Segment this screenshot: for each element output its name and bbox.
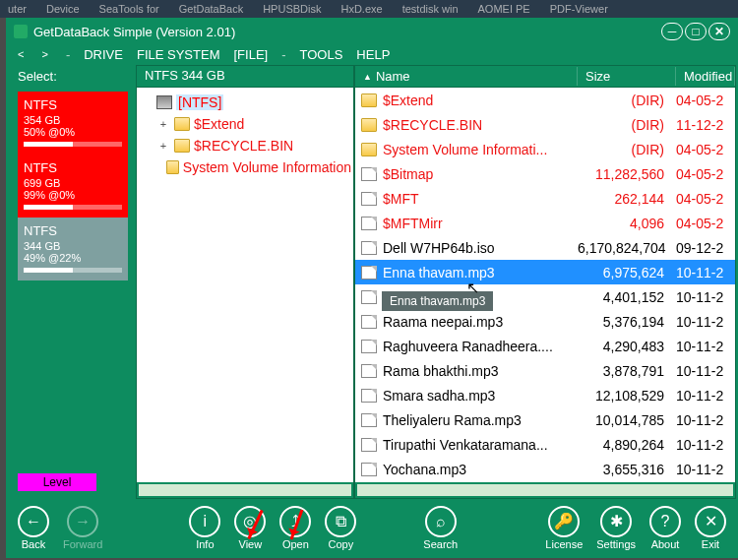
file-icon [361, 266, 377, 280]
file-row[interactable]: System Volume Informati...(DIR)04-05-2 [355, 137, 735, 161]
file-row[interactable]: Smara sadha.mp312,108,52910-11-2 [355, 383, 735, 407]
menu-bar: < > - DRIVE FILE SYSTEM [FILE] - TOOLS H… [8, 43, 736, 65]
open-button[interactable]: ⤴Open [279, 506, 311, 550]
back-button[interactable]: ←Back [18, 506, 49, 550]
file-scrollbar[interactable] [355, 482, 735, 498]
app-window: GetDataBack Simple (Version 2.01) ─ □ ✕ … [6, 18, 738, 558]
license-button[interactable]: 🔑License [545, 506, 583, 550]
tree-item[interactable]: +$Extend [139, 113, 351, 135]
maximize-button[interactable]: □ [685, 23, 707, 40]
desktop-taskbar: uterDeviceSeaTools forGetDataBackHPUSBDi… [0, 0, 738, 18]
taskbar-item[interactable]: SeaTools for [99, 3, 159, 15]
copy-button[interactable]: ⧉Copy [325, 506, 356, 550]
minimize-button[interactable]: ─ [661, 23, 683, 40]
menu-help[interactable]: HELP [356, 47, 390, 62]
nav-fwd-small[interactable]: > [41, 48, 47, 60]
file-row[interactable]: Raama neepai.mp35,376,19410-11-2 [355, 309, 735, 334]
folder-icon [361, 143, 377, 156]
taskbar-item[interactable]: HPUSBDisk [263, 3, 321, 15]
level-button[interactable]: Level [18, 473, 96, 491]
drive-card[interactable]: NTFS354 GB50% @0% [18, 92, 128, 155]
file-icon [361, 167, 377, 181]
taskbar-item[interactable]: Device [46, 3, 80, 15]
drive-icon [156, 95, 172, 109]
exit-button[interactable]: ✕Exit [695, 506, 726, 550]
view-button[interactable]: ◎View [234, 506, 266, 550]
file-row[interactable]: Theliyaleru Rama.mp310,014,78510-11-2 [355, 407, 735, 432]
drive-card[interactable]: NTFS344 GB49% @22% [18, 218, 128, 280]
title-bar: GetDataBack Simple (Version 2.01) ─ □ ✕ [8, 20, 736, 43]
close-button[interactable]: ✕ [708, 23, 730, 40]
info-button[interactable]: iInfo [189, 506, 220, 550]
file-panel: ▲Name Size Modified $Extend(DIR)04-05-2$… [354, 65, 736, 499]
settings-button[interactable]: ✱Settings [596, 506, 636, 550]
taskbar-item[interactable]: AOMEI PE [478, 3, 530, 15]
menu-filesystem[interactable]: FILE SYSTEM [137, 47, 220, 62]
file-icon [361, 290, 377, 304]
taskbar-item[interactable]: PDF-Viewer [550, 3, 608, 15]
select-label: Select: [18, 69, 128, 84]
window-title: GetDataBack Simple (Version 2.01) [33, 25, 235, 39]
taskbar-item[interactable]: HxD.exe [340, 3, 382, 15]
taskbar-item[interactable]: testdisk win [402, 3, 459, 15]
folder-icon [361, 118, 377, 132]
file-icon [361, 192, 377, 206]
file-icon [361, 389, 377, 403]
file-row[interactable]: Raghuveera Ranadheera....4,290,48310-11-… [355, 334, 735, 358]
app-icon [14, 25, 28, 38]
tree-panel: NTFS 344 GB [NTFS]+$Extend+$RECYCLE.BINS… [136, 65, 354, 499]
tree-item[interactable]: +$RECYCLE.BIN [139, 135, 351, 156]
file-row[interactable]: Rama bhakthi.mp33,878,79110-11-2 [355, 358, 735, 383]
file-icon [361, 315, 377, 329]
file-header: ▲Name Size Modified [355, 66, 735, 88]
taskbar-item[interactable]: uter [8, 3, 27, 15]
file-icon [361, 217, 377, 230]
tree-item[interactable]: [NTFS] [139, 92, 351, 113]
file-row[interactable]: Tirupathi Venkataramana...4,890,26410-11… [355, 432, 735, 457]
menu-drive[interactable]: DRIVE [84, 47, 123, 62]
col-size[interactable]: Size [578, 67, 676, 86]
menu-tools[interactable]: TOOLS [300, 47, 343, 62]
drive-card[interactable]: NTFS699 GB99% @0% [18, 155, 128, 218]
file-row[interactable]: Enna thavam.mp36,975,62410-11-2 [355, 260, 735, 284]
file-icon [361, 364, 377, 378]
folder-icon [166, 160, 179, 174]
file-icon [361, 463, 377, 476]
file-row[interactable]: $MFTMirr4,09604-05-2 [355, 211, 735, 235]
col-name[interactable]: ▲Name [355, 67, 578, 86]
folder-icon [174, 117, 190, 131]
file-icon [361, 340, 377, 353]
file-icon [361, 438, 377, 452]
file-icon [361, 241, 377, 255]
col-modified[interactable]: Modified [676, 67, 735, 86]
file-row[interactable]: Yochana.mp33,655,31610-11-2 [355, 457, 735, 481]
file-row[interactable]: $Bitmap11,282,56004-05-2 [355, 161, 735, 186]
forward-button[interactable]: →Forward [63, 506, 102, 550]
nav-back-small[interactable]: < [18, 48, 24, 60]
tree-scrollbar[interactable] [137, 482, 353, 498]
file-row[interactable]: $RECYCLE.BIN(DIR)11-12-2 [355, 112, 735, 137]
drive-panel: Select: NTFS354 GB50% @0%NTFS699 GB99% @… [8, 65, 136, 499]
file-row[interactable]: Nبـــــــــــــــــ34,401,15210-11-2 [355, 284, 735, 309]
file-row[interactable]: Dell W7HP64b.iso6,170,824,70409-12-2 [355, 235, 735, 260]
tree-item[interactable]: System Volume Information [139, 156, 351, 178]
taskbar-item[interactable]: GetDataBack [179, 3, 243, 15]
bottom-toolbar: ←Back →Forward iInfo ◎View ⤴Open ⧉Copy ⌕… [8, 499, 736, 556]
folder-icon [361, 93, 377, 107]
folder-icon [174, 139, 190, 153]
file-row[interactable]: $MFT262,14404-05-2 [355, 186, 735, 211]
file-icon [361, 413, 377, 427]
file-row[interactable]: $Extend(DIR)04-05-2 [355, 88, 735, 112]
tree-header: NTFS 344 GB [137, 66, 353, 88]
menu-file[interactable]: [FILE] [233, 47, 268, 62]
search-button[interactable]: ⌕Search [423, 506, 458, 550]
about-button[interactable]: ?About [649, 506, 681, 550]
